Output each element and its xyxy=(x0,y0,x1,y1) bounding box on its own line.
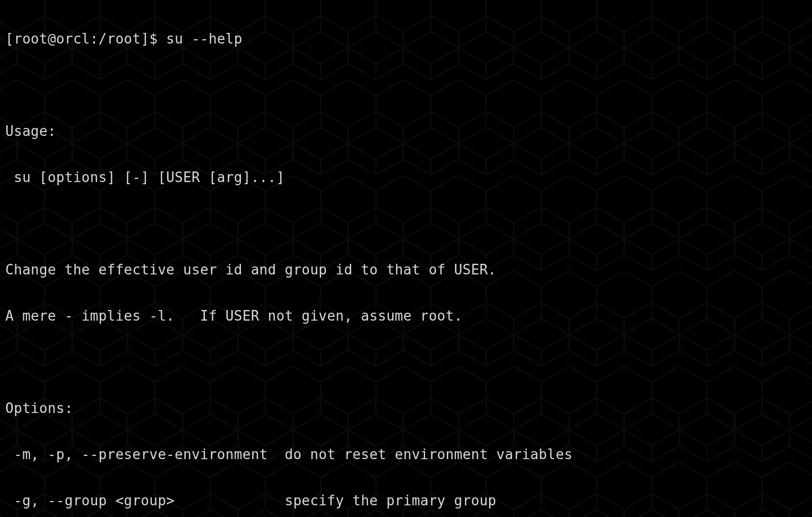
description-line: Change the effective user id and group i… xyxy=(5,258,807,282)
blank-line xyxy=(5,351,807,374)
usage-syntax: su [options] [-] [USER [arg]...] xyxy=(5,166,807,189)
description-line: A mere - implies -l. If USER not given, … xyxy=(5,305,807,328)
option-group: -g, --group <group> specify the primary … xyxy=(5,489,807,513)
blank-line xyxy=(5,74,807,97)
blank-line xyxy=(5,212,807,236)
usage-heading: Usage: xyxy=(5,120,807,143)
options-heading: Options: xyxy=(5,397,807,420)
shell-prompt-line: [root@orcl:/root]$ su --help xyxy=(5,28,807,51)
option-preserve-environment: -m, -p, --preserve-environment do not re… xyxy=(5,443,807,467)
terminal-output[interactable]: [root@orcl:/root]$ su --help Usage: su [… xyxy=(0,0,812,517)
